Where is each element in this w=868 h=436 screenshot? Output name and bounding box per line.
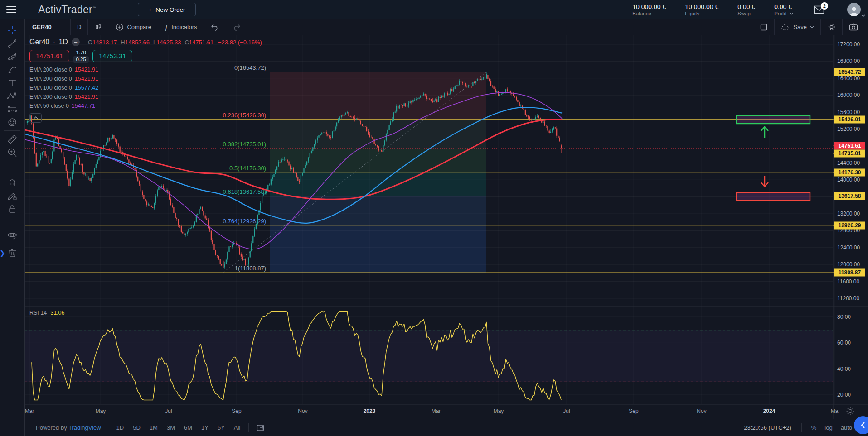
timeframe-5d[interactable]: 5D	[129, 423, 144, 432]
lock-drawings-tool[interactable]	[5, 202, 20, 215]
timeframe-all[interactable]: All	[230, 423, 244, 432]
trend-line-tool[interactable]	[5, 37, 20, 50]
text-tool[interactable]	[5, 76, 20, 89]
brush-tool[interactable]	[5, 63, 20, 76]
new-order-button[interactable]: + New Order	[138, 3, 195, 16]
settings-button[interactable]	[821, 19, 842, 35]
legend-symbol[interactable]: Ger40	[29, 38, 49, 46]
divider	[4, 161, 20, 161]
gear-icon	[827, 23, 836, 31]
camera-icon	[849, 23, 858, 31]
time-tick: 2024	[763, 408, 776, 414]
clock[interactable]: 23:20:56 (UTC+2)	[744, 424, 791, 431]
change-value: −23.82 (−0.16%)	[218, 39, 262, 46]
sell-price-button[interactable]: 14751.61	[29, 50, 69, 62]
level-price-badge: 11808.87	[833, 269, 865, 277]
ema-legend-row[interactable]: EMA 50 close 015447.71	[29, 103, 262, 109]
timeframe-list: 1D5D1M3M6M1Y5YAll	[113, 423, 244, 432]
price-tick: 11200.00	[837, 295, 859, 302]
timeframe-1y[interactable]: 1Y	[198, 423, 212, 432]
chevron-down-icon	[861, 14, 865, 17]
level-price-badge: 12926.29	[833, 222, 865, 230]
log-scale-button[interactable]: log	[821, 423, 835, 432]
top-bar: ActivTrader™ + New Order 10 000.00 €Bala…	[0, 0, 868, 19]
chart-legend: Ger40 · 1D – O14813.17H14852.66L14625.33…	[29, 38, 262, 123]
chevron-down-icon	[810, 26, 814, 29]
arrow-up-icon[interactable]	[761, 127, 768, 138]
ema-legend-row[interactable]: EMA 200 close 015421.91	[29, 94, 262, 100]
tradingview-link[interactable]: TradingView	[68, 424, 101, 431]
measure-tool[interactable]	[5, 133, 20, 146]
crosshair-tool[interactable]	[5, 24, 20, 37]
emoji-tool[interactable]	[5, 115, 20, 129]
theme-sun-icon[interactable]	[847, 407, 854, 415]
goto-date-button[interactable]	[253, 423, 269, 433]
divider	[4, 130, 20, 131]
legend-separator: ·	[53, 39, 55, 45]
undo-button[interactable]	[204, 19, 226, 35]
buy-zone-box[interactable]	[737, 115, 810, 124]
projection-tool[interactable]	[5, 102, 20, 115]
time-tick: Sep	[629, 408, 639, 414]
level-price-badge: 14735.01	[833, 150, 865, 158]
app-logo: ActivTrader™	[38, 4, 96, 16]
chart-style-button[interactable]	[88, 19, 109, 35]
panel-expander-icon[interactable]: ❯	[0, 249, 5, 257]
goto-date-icon	[257, 424, 266, 431]
rsi-tick: 20.00	[837, 392, 851, 398]
symbol-button[interactable]: GER40	[29, 19, 70, 35]
timeframe-1m[interactable]: 1M	[146, 423, 161, 432]
fib-label: 0.5(14176.30)	[229, 165, 266, 172]
account-value: 0.00 €	[737, 3, 755, 10]
ema-legend-row[interactable]: EMA 100 close 015577.42	[29, 85, 262, 91]
account-equity: 10 000.00 €Equity	[685, 3, 718, 16]
remove-drawings-tool[interactable]	[5, 246, 20, 259]
fib-band	[270, 149, 486, 172]
ema-legend-row[interactable]: EMA 200 close 015421.91	[29, 76, 262, 82]
ema-value: 15421.91	[75, 94, 98, 100]
indicator-legend: EMA 200 close 015421.91EMA 200 close 015…	[29, 67, 262, 109]
layout-button[interactable]	[753, 19, 774, 35]
indicators-button[interactable]: ƒ Indicators	[158, 19, 204, 35]
save-button[interactable]: Save	[775, 19, 820, 35]
price-tick: 13200.00	[837, 211, 860, 217]
arrow-down-icon[interactable]	[761, 176, 768, 187]
redo-button[interactable]	[226, 19, 247, 35]
svg-text:14176.30: 14176.30	[838, 169, 861, 176]
menu-icon[interactable]	[6, 5, 16, 14]
auto-scale-button[interactable]: auto	[838, 423, 855, 432]
timeframe-3m[interactable]: 3M	[163, 423, 179, 432]
timeframe-1d[interactable]: 1D	[113, 423, 128, 432]
user-menu[interactable]	[847, 3, 861, 16]
hide-series-icon[interactable]: –	[72, 38, 80, 46]
drawing-mode-tool[interactable]	[5, 189, 20, 202]
rsi-legend[interactable]: RSI 14 31.06	[29, 310, 65, 316]
timeframe-5y[interactable]: 5Y	[214, 423, 228, 432]
timeframe-6m[interactable]: 6M	[180, 423, 196, 432]
account-value: 0.00 €	[774, 3, 794, 10]
rsi-tick: 80.00	[837, 314, 851, 320]
ema-legend-row[interactable]: EMA 200 close 015421.91	[29, 67, 262, 73]
pane-collapse-button[interactable]	[29, 113, 42, 123]
plus-icon: +	[148, 6, 152, 13]
compare-button[interactable]: Compare	[109, 19, 157, 35]
divider	[4, 244, 20, 244]
chevron-down-icon[interactable]	[790, 12, 794, 15]
price-tick: 11600.00	[837, 278, 859, 285]
account-groups: 10 000.00 €Balance10 000.00 €Equity0.00 …	[632, 3, 794, 16]
ema-value: 15421.91	[75, 76, 98, 82]
account-summary: 10 000.00 €Balance10 000.00 €Equity0.00 …	[632, 3, 863, 16]
xabcd-pattern-tool[interactable]	[5, 89, 20, 102]
buy-price-button[interactable]: 14753.31	[92, 50, 132, 62]
magnet-tool[interactable]	[5, 176, 20, 189]
interval-button[interactable]: D	[71, 19, 87, 35]
mail-button[interactable]: 2	[814, 5, 824, 14]
gann-fib-tool[interactable]	[5, 50, 20, 63]
percent-scale-button[interactable]: %	[808, 423, 820, 432]
screenshot-button[interactable]	[843, 19, 864, 35]
redo-icon	[232, 24, 241, 31]
sell-zone-box[interactable]	[737, 192, 810, 201]
zoom-in-tool[interactable]	[5, 146, 20, 159]
hide-drawings-tool[interactable]	[5, 229, 20, 242]
level-price-badge: 13617.58	[833, 192, 865, 200]
